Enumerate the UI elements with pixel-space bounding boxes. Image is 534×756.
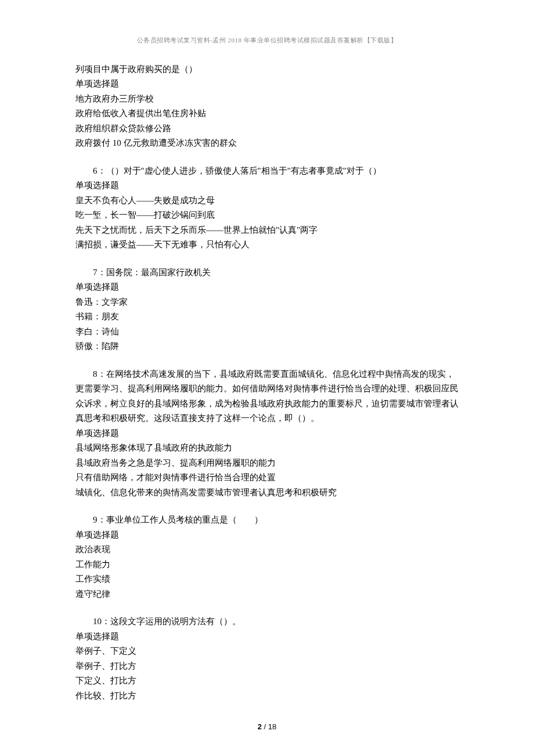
- page-number: 2 / 18: [75, 721, 459, 733]
- question-stem: 8：在网络技术高速发展的当下，县域政府既需要直面城镇化、信息化过程中舆情高发的现…: [75, 367, 459, 426]
- page-current: 2: [258, 722, 262, 731]
- option: 城镇化、信息化带来的舆情高发需要城市管理者认真思考和积极研究: [75, 485, 459, 501]
- question-type: 单项选择题: [75, 528, 459, 543]
- option: 县域网络形象体现了县域政府的执政能力: [75, 441, 459, 456]
- option: 皇天不负有心人——失败是成功之母: [75, 193, 459, 208]
- option: 政府组织群众贷款修公路: [75, 121, 459, 136]
- page-header: 公务员招聘考试复习资料-孟州 2018 年事业单位招聘考试模拟试题及答案解析【下…: [75, 35, 459, 46]
- option: 吃一堑，长一智——打破沙锅问到底: [75, 208, 459, 223]
- option: 工作实绩: [75, 572, 459, 587]
- option: 举例子、下定义: [75, 644, 459, 659]
- question-type: 单项选择题: [75, 178, 459, 193]
- question-6: 6：（）对于"虚心使人进步，骄傲使人落后"相当于"有志者事竟成"对于（） 单项选…: [75, 164, 459, 253]
- option: 政府给低收入者提供出笔住房补贴: [75, 106, 459, 121]
- question-9: 9：事业单位工作人员考核的重点是（ ） 单项选择题 政治表现 工作能力 工作实绩…: [75, 513, 459, 602]
- option: 工作能力: [75, 557, 459, 573]
- option: 政治表现: [75, 542, 459, 557]
- option: 下定义、打比方: [75, 674, 459, 689]
- option: 骄傲：陷阱: [75, 339, 459, 354]
- question-stem: 6：（）对于"虚心使人进步，骄傲使人落后"相当于"有志者事竟成"对于（）: [75, 164, 459, 179]
- question-type: 单项选择题: [75, 426, 459, 441]
- option: 地方政府办三所学校: [75, 92, 459, 107]
- question-stem: 10：这段文字运用的说明方法有（）。: [75, 614, 459, 629]
- option: 满招损，谦受益——天下无难事，只怕有心人: [75, 237, 459, 253]
- question-type: 单项选择题: [75, 77, 459, 92]
- page-container: 公务员招聘考试复习资料-孟州 2018 年事业单位招聘考试模拟试题及答案解析【下…: [0, 0, 534, 756]
- question-stem: 列项目中属于政府购买的是（）: [75, 62, 459, 77]
- page-total: 18: [268, 722, 276, 731]
- option: 书籍：朋友: [75, 309, 459, 325]
- option: 遵守纪律: [75, 587, 459, 602]
- option: 鲁迅：文学家: [75, 295, 459, 310]
- question-type: 单项选择题: [75, 280, 459, 295]
- option: 举例子、打比方: [75, 659, 459, 674]
- option: 作比较、打比方: [75, 689, 459, 704]
- option: 只有借助网络，才能对舆情事件进行恰当合理的处置: [75, 470, 459, 485]
- question-type: 单项选择题: [75, 629, 459, 645]
- question-5-continuation: 列项目中属于政府购买的是（） 单项选择题 地方政府办三所学校 政府给低收入者提供…: [75, 62, 459, 151]
- question-10: 10：这段文字运用的说明方法有（）。 单项选择题 举例子、下定义 举例子、打比方…: [75, 614, 459, 703]
- option: 政府拨付 10 亿元救助遭受冰冻灾害的群众: [75, 136, 459, 151]
- option: 先天下之忧而忧，后天下之乐而乐——世界上怕就怕"认真"两字: [75, 223, 459, 238]
- page-sep: /: [262, 722, 268, 731]
- question-7: 7：国务院：最高国家行政机关 单项选择题 鲁迅：文学家 书籍：朋友 李白：诗仙 …: [75, 265, 459, 354]
- question-8: 8：在网络技术高速发展的当下，县域政府既需要直面城镇化、信息化过程中舆情高发的现…: [75, 367, 459, 501]
- option: 县域政府当务之急是学习、提高利用网络履职的能力: [75, 456, 459, 471]
- option: 李白：诗仙: [75, 325, 459, 340]
- question-stem: 9：事业单位工作人员考核的重点是（ ）: [75, 513, 459, 528]
- question-stem: 7：国务院：最高国家行政机关: [75, 265, 459, 280]
